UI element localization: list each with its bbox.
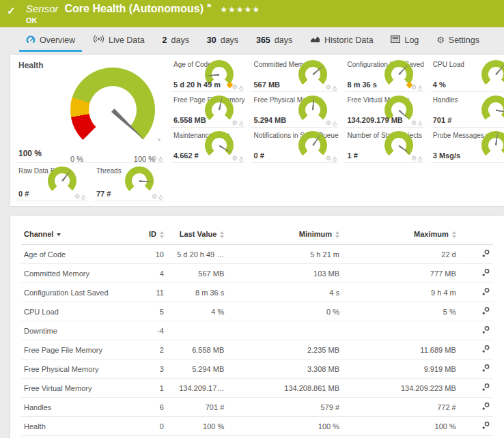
channel-settings-icon[interactable] — [481, 402, 490, 412]
column-header-last-value[interactable]: Last Value — [167, 224, 227, 245]
channel-settings-icon[interactable] — [481, 268, 490, 278]
channel-settings-icon[interactable] — [481, 287, 490, 297]
column-label: Channel — [24, 230, 53, 238]
channel-settings-icon[interactable] — [481, 325, 490, 336]
column-header-maximum[interactable]: Maximum — [342, 224, 459, 245]
pin-icon[interactable]: ⚲ — [418, 156, 423, 162]
gear-icon[interactable]: ⚙ — [326, 120, 331, 126]
cell-max: 22 d — [342, 245, 459, 264]
tab-2-days[interactable]: 2days — [156, 27, 196, 52]
gear-icon[interactable]: ⚙ — [152, 156, 157, 162]
pin-icon[interactable]: ⚲ — [333, 120, 337, 126]
table-row: Free Virtual Memory1134.209.17…134.208.8… — [21, 379, 493, 398]
cell-min: 0 % — [227, 302, 342, 321]
tab-365-days[interactable]: 365days — [249, 27, 299, 52]
pin-icon[interactable]: ⚲ — [81, 194, 86, 200]
mini-gauge — [384, 60, 413, 89]
cell-last: 8 m 36 s — [167, 283, 227, 302]
gear-icon[interactable]: ⚙ — [326, 156, 331, 162]
gear-icon[interactable]: ⚙ — [411, 85, 417, 91]
pin-icon[interactable]: ⚲ — [418, 120, 423, 126]
cell-channel: Committed Memory — [21, 264, 137, 283]
gauge-needle — [312, 64, 325, 75]
gauge-tile-notifications-in-send-queue: Notifications in Send Queue0 #⚙⚲ — [251, 128, 338, 163]
column-header-channel[interactable]: Channel — [21, 224, 137, 245]
table-row: Free Page File Memory26.558 MB2.235 MB11… — [21, 340, 493, 360]
priority-stars[interactable]: ★★★★★ — [220, 5, 260, 14]
tab-label: days — [275, 35, 292, 45]
cell-id: 6 — [137, 398, 167, 417]
table-row: Downtime-4 — [21, 321, 493, 340]
gear-icon[interactable]: ⚙ — [152, 194, 157, 200]
gauge-tile-handles: Handles701 #⚙⚲ — [431, 92, 504, 128]
log-icon — [391, 35, 400, 45]
gear-icon[interactable]: ⚙ — [232, 156, 238, 162]
gear-icon[interactable]: ⚙ — [232, 120, 238, 126]
gauge-title: Notifications in Send Queue — [251, 128, 338, 139]
cell-id: 0 — [137, 417, 167, 436]
cell-min: 103 MB — [227, 264, 342, 283]
channel-settings-icon[interactable] — [481, 421, 490, 431]
gauge-value: 5.294 MB — [253, 116, 286, 124]
page-title: Core Health (Autonomous) — [65, 3, 204, 14]
pin-icon[interactable]: ⚲ — [333, 85, 337, 91]
pin-icon[interactable]: ⚲ — [239, 120, 244, 126]
cell-last: 4 % — [167, 302, 227, 321]
mini-gauge — [481, 60, 504, 89]
cell-max: 9.919 MB — [342, 360, 459, 379]
pin-icon[interactable]: ⚲ — [333, 156, 337, 162]
table-row: Handles6701 #579 #772 # — [21, 398, 493, 417]
cell-last: 134.209.17… — [167, 379, 227, 398]
flag-icon[interactable]: ⚑ — [206, 3, 212, 10]
gauge-tile-cpu-load: CPU Load4 %⚙⚲ — [431, 57, 504, 92]
gauge-needle — [398, 145, 412, 155]
tab-overview[interactable]: Overview — [19, 27, 82, 52]
mini-gauge — [384, 131, 413, 160]
tab-prefix: 365 — [256, 35, 270, 45]
channel-settings-icon[interactable] — [481, 383, 490, 393]
cell-max: 11.689 MB — [342, 340, 459, 360]
tab-live-data[interactable]: Live Data — [86, 27, 152, 52]
column-header-id[interactable]: ID — [137, 224, 167, 245]
gear-icon[interactable]: ⚙ — [411, 156, 417, 162]
gauge-value: 4 % — [433, 81, 446, 89]
tab-log[interactable]: Log — [384, 27, 425, 52]
tab-historic-data[interactable]: Historic Data — [303, 27, 380, 52]
pin-icon[interactable]: ⚲ — [239, 156, 244, 162]
mini-gauge — [48, 166, 76, 195]
pin-icon[interactable]: ⚲ — [239, 85, 244, 91]
pin-icon[interactable]: ⚲ — [158, 194, 163, 200]
tab-30-days[interactable]: 30days — [200, 27, 245, 52]
mini-gauge — [298, 96, 327, 124]
channel-settings-icon[interactable] — [481, 345, 490, 355]
gear-icon[interactable]: ⚙ — [411, 120, 417, 126]
gauge-needle — [139, 180, 154, 183]
channel-settings-icon[interactable] — [481, 306, 490, 317]
gear-icon[interactable]: ⚙ — [326, 85, 331, 91]
gauges-panel: Health x 0 % 100 % 100 % ⚙ ⚲ Age of Code… — [10, 55, 504, 206]
channel-settings-icon[interactable] — [481, 364, 490, 374]
sensor-status-bar: ✓ SensorCore Health (Autonomous)⚑★★★★★ O… — [0, 0, 504, 27]
cell-channel: Handles — [21, 398, 137, 417]
channel-settings-icon[interactable] — [481, 249, 490, 259]
cell-max: 134.209.223 MB — [342, 379, 459, 398]
pin-icon[interactable]: ⚲ — [418, 85, 423, 91]
table-row: CPU Load54 %0 %5 % — [21, 302, 493, 321]
column-header-edit — [459, 224, 493, 245]
column-header-minimum[interactable]: Minimum — [227, 224, 342, 245]
gauge-needle — [312, 132, 322, 146]
pin-icon[interactable]: ⚲ — [158, 156, 163, 162]
gauge-tile-number-of-state-objects: Number of State Objects1 #⚙⚲ — [345, 128, 423, 163]
gauge-tile-threads: Threads77 #⚙⚲ — [94, 163, 165, 201]
cell-min: 100 % — [227, 417, 342, 436]
gauge-tile-raw-data-buffer: Raw Data Buffer0 #⚙⚲ — [16, 163, 87, 201]
chart-icon — [310, 35, 320, 45]
cell-id: 10 — [137, 245, 167, 264]
mini-gauge — [205, 96, 234, 124]
gauge-tile-committed-memory: Committed Memory567 MB⚙⚲ — [251, 57, 338, 92]
tab-label: days — [171, 35, 189, 45]
tab-settings[interactable]: ⚙Settings — [430, 27, 486, 52]
cell-id: 4 — [137, 264, 167, 283]
gear-icon[interactable]: ⚙ — [74, 194, 80, 200]
gear-icon[interactable]: ⚙ — [232, 85, 238, 91]
